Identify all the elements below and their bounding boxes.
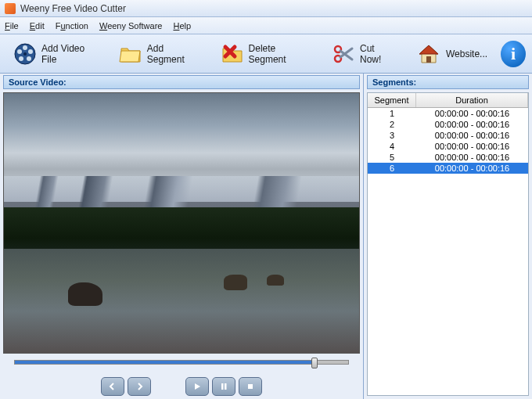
website-label: Website...	[446, 49, 487, 59]
video-rock	[224, 275, 247, 290]
house-icon	[416, 41, 441, 66]
app-title: Weeny Free Video Cutter	[20, 3, 126, 14]
add-segment-label: Add Segment	[147, 43, 200, 65]
pause-button[interactable]	[212, 377, 235, 396]
menubar: File Edit Function Weeny Software Help	[0, 17, 532, 34]
segment-id-cell: 3	[368, 130, 416, 141]
video-water	[4, 249, 359, 353]
add-video-file-button[interactable]: Add Video File	[6, 38, 106, 70]
cut-now-button[interactable]: Cut Now!	[325, 38, 403, 70]
segments-panel: Segments: Segment Duration 100:00:00 - 0…	[364, 74, 532, 399]
segment-duration-cell: 00:00:00 - 00:00:16	[416, 108, 528, 119]
segment-column-header[interactable]: Segment	[368, 93, 416, 107]
svg-point-3	[27, 56, 31, 61]
svg-point-2	[28, 49, 33, 54]
stop-button[interactable]	[239, 377, 262, 396]
menu-function[interactable]: Function	[56, 21, 88, 31]
playback-controls	[3, 377, 360, 396]
svg-rect-12	[248, 384, 253, 389]
segment-id-cell: 5	[368, 152, 416, 163]
menu-file[interactable]: File	[5, 21, 19, 31]
svg-rect-11	[225, 383, 227, 390]
timeline-handle[interactable]	[311, 358, 318, 368]
segment-id-cell: 6	[368, 163, 416, 174]
add-segment-button[interactable]: Add Segment	[112, 38, 207, 70]
segment-duration-cell: 00:00:00 - 00:00:16	[416, 119, 528, 130]
table-row[interactable]: 600:00:00 - 00:00:16	[368, 163, 528, 174]
film-reel-icon	[13, 41, 37, 66]
table-row[interactable]: 500:00:00 - 00:00:16	[368, 152, 528, 163]
timeline	[3, 360, 360, 371]
svg-rect-9	[426, 56, 431, 63]
duration-column-header[interactable]: Duration	[416, 93, 528, 107]
add-video-file-label: Add Video File	[41, 43, 99, 65]
seek-back-button[interactable]	[101, 377, 124, 396]
svg-rect-10	[221, 383, 224, 390]
table-row[interactable]: 400:00:00 - 00:00:16	[368, 141, 528, 152]
video-rock	[267, 275, 284, 286]
toolbar: Add Video File Add Segment Delete Segmen…	[0, 34, 532, 74]
source-video-panel: Source Video:	[0, 74, 364, 399]
menu-weeny-software[interactable]: Weeny Software	[99, 21, 163, 31]
delete-segment-label: Delete Segment	[249, 43, 311, 65]
seek-forward-button[interactable]	[128, 377, 151, 396]
menu-help[interactable]: Help	[173, 21, 191, 31]
menu-edit[interactable]: Edit	[30, 21, 45, 31]
segment-id-cell: 1	[368, 108, 416, 119]
info-icon: i	[511, 44, 516, 64]
svg-point-5	[17, 49, 22, 54]
website-button[interactable]: Website...	[409, 38, 494, 70]
segment-duration-cell: 00:00:00 - 00:00:16	[416, 152, 528, 163]
segment-id-cell: 2	[368, 119, 416, 130]
delete-segment-button[interactable]: Delete Segment	[214, 38, 318, 70]
table-row[interactable]: 200:00:00 - 00:00:16	[368, 119, 528, 130]
segments-header: Segments:	[367, 75, 529, 89]
video-rock	[68, 282, 102, 306]
segments-table: Segment Duration 100:00:00 - 00:00:16200…	[367, 92, 529, 396]
svg-point-4	[19, 56, 23, 61]
source-video-header: Source Video:	[3, 75, 360, 89]
timeline-track[interactable]	[14, 360, 349, 365]
delete-x-icon	[221, 41, 244, 66]
segments-table-header: Segment Duration	[368, 93, 528, 108]
info-button[interactable]: i	[501, 41, 526, 67]
table-row[interactable]: 100:00:00 - 00:00:16	[368, 108, 528, 119]
segment-duration-cell: 00:00:00 - 00:00:16	[416, 130, 528, 141]
cut-now-label: Cut Now!	[360, 43, 396, 65]
titlebar: Weeny Free Video Cutter	[0, 0, 532, 17]
folder-icon	[119, 41, 142, 66]
content-area: Source Video:	[0, 74, 532, 399]
table-row[interactable]: 300:00:00 - 00:00:16	[368, 130, 528, 141]
scissors-icon	[332, 41, 355, 66]
play-button[interactable]	[185, 377, 209, 396]
segment-duration-cell: 00:00:00 - 00:00:16	[416, 163, 528, 174]
svg-point-1	[23, 45, 27, 50]
svg-point-6	[23, 52, 27, 56]
segment-duration-cell: 00:00:00 - 00:00:16	[416, 141, 528, 152]
segment-id-cell: 4	[368, 141, 416, 152]
video-preview[interactable]	[3, 92, 360, 354]
app-icon	[5, 3, 16, 14]
